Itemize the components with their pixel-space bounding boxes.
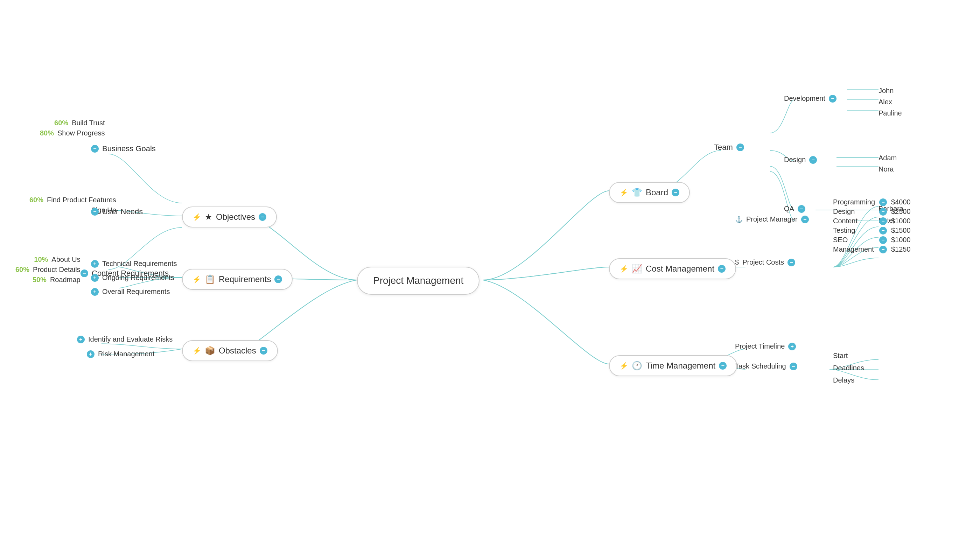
design-label: Design [784, 156, 806, 164]
design-cost-btn[interactable]: − [879, 208, 887, 216]
team-label: Team [714, 143, 733, 152]
qa-label: QA [784, 205, 794, 213]
clock-icon: 🕐 [632, 361, 642, 371]
identify-risks-btn[interactable]: + [77, 336, 85, 343]
objectives-label: Objectives [216, 212, 255, 222]
project-costs-node[interactable]: $ Project Costs − [735, 258, 795, 267]
product-details-row: 60% Product Details [14, 266, 80, 274]
obstacles-label: Obstacles [219, 346, 256, 356]
project-costs-collapse-btn[interactable]: − [788, 258, 795, 267]
project-costs-label: Project Costs [742, 258, 784, 267]
pm-collapse-btn[interactable]: − [801, 216, 809, 223]
content-req-group: 10% About Us 60% Product Details 50% Roa… [14, 255, 80, 284]
nora-label: Nora [878, 165, 893, 173]
requirements-collapse-btn[interactable]: − [274, 275, 282, 283]
team-node[interactable]: Team − [714, 143, 744, 152]
alex-label: Alex [878, 98, 892, 106]
testing-cost-btn[interactable]: − [879, 227, 887, 235]
content-req-collapse-btn[interactable]: − [80, 270, 88, 277]
mgmt-cost-row: Management − $1250 [833, 245, 912, 253]
task-scheduling-collapse-btn[interactable]: − [790, 363, 797, 370]
book-icon: 📋 [205, 274, 215, 284]
seo-cost-row: SEO − $1000 [833, 236, 912, 244]
bolt2-icon: ⚡ [192, 275, 201, 283]
board-label: Board [646, 188, 668, 197]
business-goals-label: Business Goals [102, 144, 156, 153]
objectives-node[interactable]: ⚡ ★ Objectives − [182, 207, 277, 228]
tech-req-row: + Technical Requirements [91, 260, 177, 268]
board-icon: 👕 [632, 188, 642, 197]
identify-risks-row: + Identify and Evaluate Risks [77, 335, 173, 343]
anchor-icon: ⚓ [735, 216, 743, 223]
board-collapse-btn[interactable]: − [672, 188, 679, 197]
tech-req-btn[interactable]: + [91, 260, 99, 268]
center-label: Project Management [373, 275, 463, 286]
risk-mgmt-btn[interactable]: + [87, 350, 95, 358]
programming-btn[interactable]: − [879, 198, 887, 206]
design-cost-row: Design − $2500 [833, 208, 912, 216]
qa-node[interactable]: QA − [784, 205, 805, 213]
time-mgmt-collapse-btn[interactable]: − [719, 362, 727, 370]
design-node[interactable]: Design − [784, 156, 817, 164]
overall-req-btn[interactable]: + [91, 288, 99, 296]
roadmap-row: 50% Roadmap [31, 276, 80, 284]
show-progress-row: 80% Show Progress [38, 129, 105, 137]
dev-collapse-btn[interactable]: − [829, 95, 837, 103]
task-scheduling-node[interactable]: Task Scheduling − [735, 362, 797, 370]
cost-items-box: Programming − $4000 Design − $2500 Conte… [833, 198, 912, 253]
ongoing-req-btn[interactable]: + [91, 274, 99, 282]
design-collapse-btn[interactable]: − [809, 156, 817, 164]
requirements-node[interactable]: ⚡ 📋 Requirements − [182, 269, 293, 290]
business-goals-node[interactable]: − Business Goals [91, 144, 156, 153]
start-label: Start [833, 352, 848, 360]
cost-mgmt-collapse-btn[interactable]: − [718, 265, 725, 273]
time-mgmt-node[interactable]: ⚡ 🕐 Time Management − [609, 355, 737, 376]
obstacles-collapse-btn[interactable]: − [260, 347, 267, 355]
cost-mgmt-label: Cost Management [646, 264, 714, 274]
bolt3-icon: ⚡ [192, 347, 201, 355]
bolt5-icon: ⚡ [620, 265, 628, 273]
requirements-label: Requirements [219, 274, 271, 284]
development-label: Development [784, 95, 825, 103]
user-needs-node[interactable]: − User Needs [91, 207, 143, 216]
bolt4-icon: ⚡ [620, 188, 628, 197]
content-cost-btn[interactable]: − [879, 217, 887, 225]
mgmt-cost-btn[interactable]: − [879, 246, 887, 253]
overall-req-row: + Overall Requirements [91, 288, 170, 296]
obstacles-node[interactable]: ⚡ 📦 Obstacles − [182, 340, 278, 361]
programming-row: Programming − $4000 [833, 198, 912, 206]
testing-cost-row: Testing − $1500 [833, 227, 912, 235]
qa-collapse-btn[interactable]: − [798, 205, 805, 213]
pm-label: Project Manager [746, 215, 798, 223]
time-mgmt-label: Time Management [646, 361, 715, 371]
john-label: John [878, 87, 893, 95]
business-goals-group: 60% Build Trust 80% Show Progress [38, 119, 105, 137]
cube-icon: 📦 [205, 346, 215, 356]
project-timeline-node[interactable]: Project Timeline + [735, 342, 796, 350]
delays-label: Delays [833, 376, 854, 384]
project-timeline-btn[interactable]: + [788, 343, 796, 350]
bolt-icon: ⚡ [192, 213, 201, 221]
user-needs-label: User Needs [102, 207, 143, 216]
development-node[interactable]: Development − [784, 95, 837, 103]
pauline-label: Pauline [878, 109, 902, 117]
deadlines-label: Deadlines [833, 364, 864, 372]
board-node[interactable]: ⚡ 👕 Board − [609, 182, 690, 203]
dollar-icon: $ [735, 258, 739, 267]
star-icon: ★ [205, 212, 212, 222]
pm-node[interactable]: ⚓ Project Manager − [735, 215, 809, 223]
find-product-row: 60% Find Product Features [28, 196, 116, 204]
about-us-row: 10% About Us [33, 255, 80, 263]
project-timeline-label: Project Timeline [735, 342, 785, 350]
chart-icon: 📈 [632, 264, 642, 274]
task-scheduling-label: Task Scheduling [735, 362, 786, 370]
business-goals-collapse-btn[interactable]: − [91, 145, 99, 153]
user-needs-collapse-btn[interactable]: − [91, 208, 99, 216]
center-node: Project Management [357, 267, 480, 295]
objectives-collapse-btn[interactable]: − [258, 213, 267, 221]
ongoing-req-row: + Ongoing Requirements [91, 274, 174, 282]
build-trust-row: 60% Build Trust [53, 119, 105, 127]
seo-cost-btn[interactable]: − [879, 236, 887, 244]
team-collapse-btn[interactable]: − [737, 143, 744, 151]
cost-mgmt-node[interactable]: ⚡ 📈 Cost Management − [609, 258, 736, 279]
